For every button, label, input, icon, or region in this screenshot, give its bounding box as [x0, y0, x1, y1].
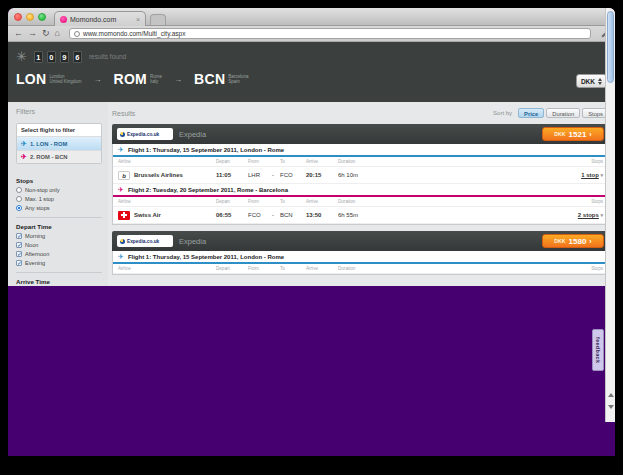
col-depart: Depart	[216, 197, 248, 207]
feedback-tab[interactable]: feedback	[592, 329, 604, 371]
arrive-time: 13:50	[306, 212, 338, 218]
flight-1-header: ✈ Flight 1: Thursday, 15 September 2011,…	[113, 251, 608, 264]
provider-logo: Expedia.co.uk	[117, 235, 173, 247]
stops-option-max1[interactable]: Max. 1 stop	[16, 196, 102, 202]
select-flight-card: Select flight to filter ✈ 1. LON - ROM ✈…	[16, 123, 102, 164]
col-stops: Stops	[382, 157, 603, 167]
arrive-time-title: Arrive Time	[16, 278, 102, 285]
airport-subtext: Rome Italy	[150, 74, 162, 85]
depart-option-noon[interactable]: ✓ Noon	[16, 242, 102, 248]
flight-row-brussels: b Brussels Airlines 11:05 LHR - FCO 20:1…	[113, 167, 608, 184]
flight-1-header: ✈ Flight 1: Thursday, 15 September 2011,…	[113, 144, 608, 157]
airport-code: ROM	[113, 71, 147, 87]
count-digit: 1	[34, 51, 43, 63]
offer-details-card-1: ✈ Flight 1: Thursday, 15 September 2011,…	[112, 144, 609, 225]
chevron-right-icon: ›	[589, 238, 591, 245]
airline-cell: Swiss Air	[118, 211, 216, 220]
results-area: Filters Select flight to filter ✈ 1. LON…	[8, 102, 615, 286]
col-duration: Duration	[338, 264, 382, 274]
scroll-up-icon[interactable]	[606, 389, 615, 400]
home-icon[interactable]: ⌂	[55, 29, 60, 38]
checkbox-checked-icon[interactable]: ✓	[16, 260, 22, 266]
plane-icon: ✈	[118, 146, 124, 154]
results-summary-panel: ✳ 1 0 9 6 results found LON London Unite…	[8, 42, 615, 102]
zoom-window-button[interactable]	[38, 13, 46, 21]
minimize-window-button[interactable]	[26, 13, 34, 21]
scrollbar-thumb[interactable]	[607, 11, 614, 83]
col-airline: Airline	[118, 197, 216, 207]
flight-filter-tab-2[interactable]: ✈ 2. ROM - BCN	[17, 150, 101, 163]
col-to: To	[280, 264, 306, 274]
address-bar[interactable]: www.momondo.com/Multi_city.aspx	[69, 28, 591, 39]
sort-by-label: Sort by	[493, 110, 512, 116]
scrollbar[interactable]	[605, 8, 615, 422]
browser-toolbar: ← → ↻ ⌂ www.momondo.com/Multi_city.aspx	[8, 26, 615, 42]
option-label: Noon	[25, 242, 38, 248]
sort-duration-button[interactable]: Duration	[546, 108, 580, 118]
depart-time: 06:55	[216, 212, 248, 218]
deal-price-button-1[interactable]: DKK 1521 ›	[542, 127, 604, 141]
site-globe-icon	[74, 31, 80, 37]
plane-icon: ✈	[118, 186, 124, 194]
stops-filter-group: Stops Non-stop only Max. 1 stop	[16, 172, 102, 211]
currency-selector[interactable]: DKK	[576, 74, 607, 88]
depart-option-evening[interactable]: ✓ Evening	[16, 260, 102, 266]
stepper-arrows-icon	[598, 78, 602, 85]
new-tab-button[interactable]	[150, 14, 166, 25]
option-label: Morning	[25, 233, 45, 239]
deal-price-button-2[interactable]: DKK 1580 ›	[542, 234, 604, 248]
col-to: To	[280, 157, 306, 167]
spinner-icon: ✳	[16, 50, 27, 63]
caret-down-icon: ▾	[600, 172, 603, 178]
checkbox-checked-icon[interactable]: ✓	[16, 251, 22, 257]
stops-option-nonstop[interactable]: Non-stop only	[16, 187, 102, 193]
flight-filter-tab-1[interactable]: ✈ 1. LON - ROM	[17, 137, 101, 150]
route-airport-rom: ROM Rome Italy	[113, 71, 162, 87]
option-label: Evening	[25, 260, 45, 266]
radio-selected-icon[interactable]	[16, 205, 22, 211]
option-label: Max. 1 stop	[25, 196, 54, 202]
count-digit: 9	[60, 51, 69, 63]
scroll-down-icon[interactable]	[606, 401, 615, 412]
browser-tab[interactable]: Momondo.com ×	[54, 11, 146, 26]
col-duration: Duration	[338, 157, 382, 167]
offer-bar-1: Expedia.co.uk Expedia DKK 1521 ›	[112, 124, 609, 144]
tab-close-icon[interactable]: ×	[136, 16, 140, 23]
radio-icon[interactable]	[16, 187, 22, 193]
flight-header-text: Flight 1: Thursday, 15 September 2011, L…	[128, 147, 284, 153]
back-icon[interactable]: ←	[14, 29, 23, 38]
deal-price: 1580	[569, 237, 587, 246]
depart-option-morning[interactable]: ✓ Morning	[16, 233, 102, 239]
checkbox-checked-icon[interactable]: ✓	[16, 233, 22, 239]
col-depart: Depart	[216, 264, 248, 274]
route-arrow-icon: →	[174, 75, 182, 84]
forward-icon[interactable]: →	[28, 29, 37, 38]
stops-option-any[interactable]: Any stops	[16, 205, 102, 211]
reload-icon[interactable]: ↻	[42, 29, 50, 38]
to-code: BCN	[280, 212, 306, 218]
sort-price-button[interactable]: Price	[518, 108, 544, 118]
stops-expand-link[interactable]: 2 stops ▾	[382, 212, 603, 218]
results-column: Results Sort by Price Duration Stops Exp…	[108, 102, 615, 286]
table-header-row: Airline Depart From To Arrive Duration S…	[113, 264, 608, 274]
depart-time: 11:05	[216, 172, 248, 178]
col-stops: Stops	[382, 197, 603, 207]
col-airline: Airline	[118, 264, 216, 274]
feedback-label: feedback	[595, 337, 601, 363]
window-controls	[14, 13, 46, 21]
stops-expand-link[interactable]: 1 stop ▾	[382, 172, 603, 178]
checkbox-checked-icon[interactable]: ✓	[16, 242, 22, 248]
airline-cell: b Brussels Airlines	[118, 171, 216, 180]
chevron-right-icon: ›	[589, 131, 591, 138]
deal-price: 1521	[569, 130, 587, 139]
provider-logo-text: Expedia.co.uk	[127, 239, 159, 244]
count-digit: 0	[47, 51, 56, 63]
depart-option-afternoon[interactable]: ✓ Afternoon	[16, 251, 102, 257]
radio-icon[interactable]	[16, 196, 22, 202]
expedia-globe-icon	[120, 239, 125, 244]
provider-name: Expedia	[179, 130, 536, 139]
url-text: www.momondo.com/Multi_city.aspx	[83, 30, 185, 37]
dash: -	[272, 172, 280, 178]
close-window-button[interactable]	[14, 13, 22, 21]
count-digit: 6	[73, 51, 82, 63]
